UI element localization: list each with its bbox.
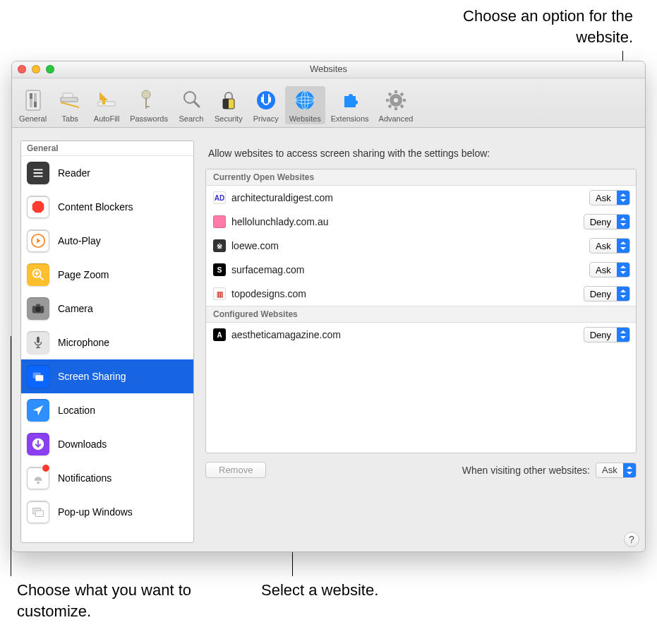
search-icon bbox=[180, 88, 203, 113]
website-row[interactable]: Ssurfacemag.comAsk bbox=[206, 258, 636, 282]
website-policy-select[interactable]: Ask bbox=[589, 262, 630, 278]
favicon: AD bbox=[213, 191, 226, 204]
select-arrows-icon bbox=[617, 263, 629, 277]
svg-point-22 bbox=[394, 98, 398, 102]
preferences-window: Websites General Tabs AutoFill Pass bbox=[11, 61, 646, 552]
svg-marker-56 bbox=[620, 199, 626, 202]
default-policy-value: Ask bbox=[596, 465, 623, 475]
svg-rect-6 bbox=[63, 93, 73, 97]
svg-marker-34 bbox=[32, 201, 44, 213]
toolbar-passwords[interactable]: Passwords bbox=[126, 86, 172, 124]
svg-marker-60 bbox=[620, 247, 626, 250]
svg-rect-44 bbox=[37, 337, 40, 343]
sidebar-item-content-blockers[interactable]: Content Blockers bbox=[21, 190, 193, 224]
sidebar-item-label: Auto-Play bbox=[58, 235, 101, 246]
sidebar-item-location[interactable]: Location bbox=[21, 393, 193, 427]
svg-line-28 bbox=[401, 105, 403, 107]
toolbar-general[interactable]: General bbox=[15, 86, 51, 124]
sidebar-item-label: Pop-up Windows bbox=[58, 506, 133, 518]
website-policy-select[interactable]: Deny bbox=[584, 327, 630, 342]
help-button[interactable]: ? bbox=[624, 532, 639, 547]
svg-line-27 bbox=[389, 93, 391, 95]
website-policy-value: Deny bbox=[584, 289, 617, 299]
select-arrows-icon bbox=[617, 239, 629, 253]
toolbar-security[interactable]: Security bbox=[210, 86, 247, 124]
remove-button[interactable]: Remove bbox=[205, 462, 266, 478]
titlebar: Websites bbox=[12, 61, 645, 78]
svg-rect-0 bbox=[26, 90, 40, 110]
toolbar-label: AutoFill bbox=[94, 114, 120, 123]
sidebar-item-notifications[interactable]: Notifications bbox=[21, 461, 193, 495]
sidebar-item-downloads[interactable]: Downloads bbox=[21, 427, 193, 461]
gear-icon bbox=[385, 88, 407, 113]
svg-point-42 bbox=[35, 306, 40, 311]
svg-marker-68 bbox=[627, 472, 632, 475]
sidebar-item-label: Page Zoom bbox=[58, 269, 109, 280]
website-row[interactable]: Aaestheticamagazine.comDeny bbox=[206, 323, 636, 347]
website-policy-value: Ask bbox=[590, 265, 617, 275]
website-row[interactable]: ※loewe.comAsk bbox=[206, 234, 636, 258]
sidebar-item-reader[interactable]: Reader bbox=[21, 156, 193, 190]
toolbar-privacy[interactable]: Privacy bbox=[248, 86, 284, 124]
svg-line-29 bbox=[389, 105, 391, 107]
toolbar-label: Advanced bbox=[379, 114, 414, 123]
general-icon bbox=[22, 88, 44, 113]
website-policy-select[interactable]: Deny bbox=[584, 214, 630, 229]
sidebar-item-label: Screen Sharing bbox=[58, 371, 126, 382]
toolbar-label: Security bbox=[215, 114, 243, 123]
svg-rect-43 bbox=[36, 304, 40, 307]
website-host: loewe.com bbox=[231, 240, 584, 251]
website-row[interactable]: hellolunchlady.com.auDeny bbox=[206, 210, 636, 234]
svg-marker-61 bbox=[620, 266, 626, 268]
default-policy-select[interactable]: Ask bbox=[596, 463, 637, 478]
reader-icon bbox=[27, 162, 49, 184]
svg-line-12 bbox=[194, 102, 199, 107]
svg-point-15 bbox=[257, 91, 275, 109]
sidebar-item-camera[interactable]: Camera bbox=[21, 292, 193, 326]
svg-point-52 bbox=[37, 482, 40, 484]
website-policy-value: Ask bbox=[590, 241, 617, 251]
callout-select-website: Select a website. bbox=[261, 580, 473, 601]
notification-badge bbox=[42, 465, 49, 472]
sidebar-item-page-zoom[interactable]: Page Zoom bbox=[21, 258, 193, 292]
window-title: Websites bbox=[12, 64, 645, 74]
website-policy-select[interactable]: Ask bbox=[589, 190, 630, 205]
table-footer: Remove When visiting other websites: Ask bbox=[205, 453, 637, 478]
svg-marker-65 bbox=[620, 330, 626, 333]
website-policy-select[interactable]: Deny bbox=[584, 286, 630, 302]
website-row[interactable]: ADarchitecturaldigest.comAsk bbox=[206, 186, 636, 210]
preferences-toolbar: General Tabs AutoFill Passwords Search bbox=[12, 78, 645, 128]
select-arrows-icon bbox=[617, 191, 629, 205]
toolbar-tabs[interactable]: Tabs bbox=[52, 86, 88, 124]
sidebar-item-microphone[interactable]: Microphone bbox=[21, 326, 193, 359]
content-area: General Reader Content Blockers Auto-Pla… bbox=[20, 141, 637, 543]
zoom-icon bbox=[27, 263, 49, 286]
website-policy-value: Deny bbox=[584, 330, 617, 340]
svg-marker-66 bbox=[620, 336, 626, 339]
select-arrows-icon bbox=[617, 328, 629, 342]
toolbar-advanced[interactable]: Advanced bbox=[375, 86, 418, 124]
svg-rect-54 bbox=[35, 511, 43, 516]
hand-icon bbox=[255, 88, 277, 113]
toolbar-websites[interactable]: Websites bbox=[285, 86, 325, 124]
autofill-icon bbox=[95, 88, 118, 113]
toolbar-extensions[interactable]: Extensions bbox=[327, 86, 373, 124]
table-empty-area bbox=[206, 347, 636, 453]
website-policy-select[interactable]: Ask bbox=[589, 238, 630, 254]
svg-marker-64 bbox=[620, 295, 626, 298]
section-header-open: Currently Open Websites bbox=[206, 169, 636, 186]
toolbar-label: Extensions bbox=[331, 114, 369, 123]
website-row[interactable]: ▥topodesigns.comDeny bbox=[206, 282, 636, 306]
website-host: architecturaldigest.com bbox=[231, 192, 584, 203]
sidebar-item-screen-sharing[interactable]: Screen Sharing bbox=[21, 359, 193, 393]
toolbar-autofill[interactable]: AutoFill bbox=[89, 86, 124, 124]
toolbar-search[interactable]: Search bbox=[174, 86, 209, 124]
callout-choose-option: Choose an option for the website. bbox=[421, 6, 633, 47]
puzzle-icon bbox=[339, 88, 361, 113]
select-arrows-icon bbox=[617, 215, 629, 229]
website-host: surfacemag.com bbox=[231, 264, 584, 275]
lock-icon bbox=[217, 88, 240, 113]
sidebar-item-auto-play[interactable]: Auto-Play bbox=[21, 224, 193, 258]
sidebar-item-label: Reader bbox=[58, 167, 90, 179]
sidebar-item-popup-windows[interactable]: Pop-up Windows bbox=[21, 495, 193, 529]
